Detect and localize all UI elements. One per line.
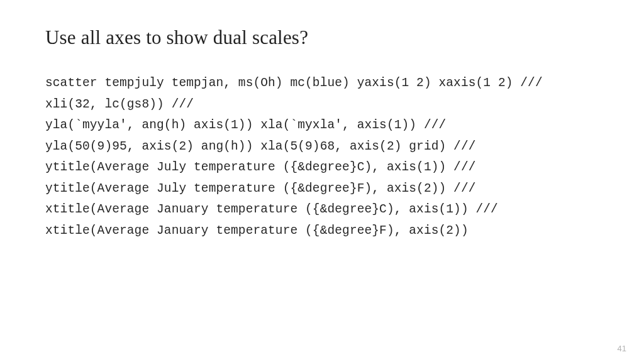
slide: Use all axes to show dual scales? scatte… (0, 0, 644, 362)
code-line-1: scatter tempjuly tempjan, ms(Oh) mc(blue… (45, 76, 543, 90)
code-line-3: yla(`myyla', ang(h) axis(1)) xla(`myxla'… (45, 118, 446, 132)
code-line-2: xli(32, lc(gs8)) /// (45, 97, 194, 111)
code-line-7: xtitle(Average January temperature ({&de… (45, 202, 498, 216)
slide-title: Use all axes to show dual scales? (45, 26, 599, 49)
code-line-8: xtitle(Average January temperature ({&de… (45, 224, 469, 238)
code-block: scatter tempjuly tempjan, ms(Oh) mc(blue… (45, 73, 599, 241)
code-line-6: ytitle(Average July temperature ({&degre… (45, 182, 476, 195)
code-line-4: yla(50(9)95, axis(2) ang(h)) xla(5(9)68,… (45, 140, 476, 153)
page-number: 41 (618, 344, 626, 353)
code-line-5: ytitle(Average July temperature ({&degre… (45, 160, 476, 174)
